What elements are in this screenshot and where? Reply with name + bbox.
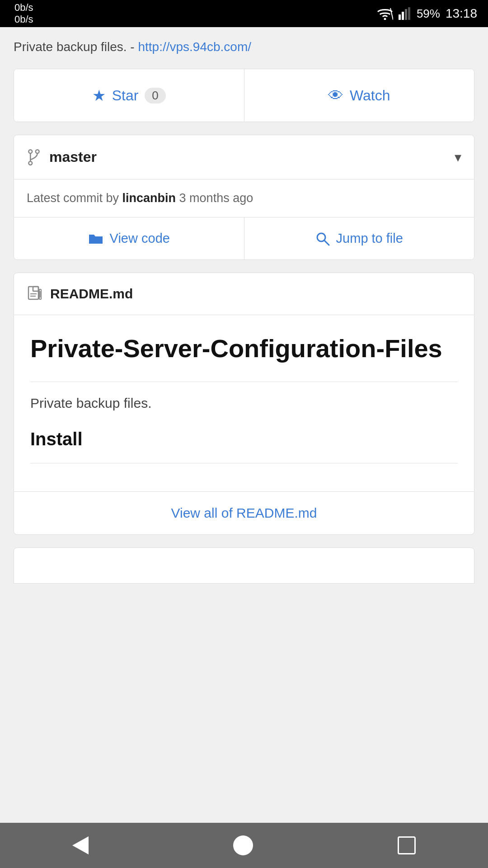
signal-icon	[399, 7, 411, 20]
status-icons: 59% 13:18	[377, 6, 477, 21]
nav-home-button[interactable]	[233, 835, 253, 855]
svg-line-1	[390, 8, 393, 20]
branch-icon	[27, 149, 41, 165]
page-content: Private backup files. - http://vps.94cb.…	[0, 27, 488, 594]
readme-description: Private backup files.	[30, 396, 458, 411]
wifi-icon	[377, 7, 393, 20]
commit-info: Latest commit by lincanbin 3 months ago	[14, 179, 474, 217]
chevron-down-icon: ▾	[455, 149, 461, 165]
star-button[interactable]: ★ Star 0	[14, 69, 244, 122]
star-icon: ★	[92, 86, 106, 104]
folder-icon	[88, 232, 103, 245]
status-time: 13:18	[446, 6, 477, 21]
svg-point-0	[384, 18, 386, 20]
svg-rect-3	[402, 12, 404, 20]
svg-point-8	[28, 161, 32, 165]
svg-point-6	[28, 150, 32, 153]
readme-header: README.md	[14, 273, 474, 315]
status-bar: 0b/s 0b/s 59% 13:18	[0, 0, 488, 27]
repo-description: Private backup files. - http://vps.94cb.…	[14, 38, 474, 56]
readme-section: Install	[30, 429, 458, 449]
view-code-button[interactable]: View code	[14, 217, 244, 259]
nav-back-button[interactable]	[72, 836, 89, 854]
readme-icon	[27, 286, 43, 302]
readme-body: Private-Server-Configuration-Files Priva…	[14, 315, 474, 492]
branch-actions: View code Jump to file	[14, 217, 474, 259]
nav-bar	[0, 823, 488, 868]
star-label: Star	[112, 87, 139, 104]
branch-name: master	[49, 149, 97, 165]
network-speed: 0b/s 0b/s	[14, 2, 33, 26]
watch-icon: 👁	[328, 87, 343, 104]
repo-link[interactable]: http://vps.94cb.com/	[138, 40, 251, 54]
readme-heading: Private-Server-Configuration-Files	[30, 333, 458, 363]
action-card: ★ Star 0 👁 Watch	[14, 69, 474, 122]
nav-recents-button[interactable]	[398, 836, 416, 854]
readme-footer: View all of README.md	[14, 492, 474, 534]
svg-rect-5	[408, 7, 410, 20]
commit-author: lincanbin	[122, 191, 176, 205]
search-icon	[315, 231, 330, 246]
svg-rect-4	[405, 9, 407, 20]
watch-label: Watch	[350, 87, 390, 104]
branch-card: master ▾ Latest commit by lincanbin 3 mo…	[14, 135, 474, 260]
back-icon	[72, 836, 89, 854]
battery-percent: 59%	[417, 7, 440, 21]
star-count: 0	[145, 88, 165, 104]
svg-rect-13	[33, 287, 38, 291]
readme-divider-2	[30, 463, 458, 463]
readme-filename: README.md	[50, 286, 133, 302]
svg-point-7	[36, 150, 39, 153]
recents-icon	[398, 836, 416, 854]
jump-to-file-button[interactable]: Jump to file	[244, 217, 474, 259]
view-readme-button[interactable]: View all of README.md	[171, 505, 317, 521]
svg-line-11	[324, 241, 329, 245]
svg-rect-2	[399, 14, 401, 20]
partial-card	[14, 547, 474, 584]
readme-divider	[30, 382, 458, 382]
readme-card: README.md Private-Server-Configuration-F…	[14, 273, 474, 535]
watch-button[interactable]: 👁 Watch	[244, 69, 474, 122]
home-icon	[233, 835, 253, 855]
branch-header: master ▾	[14, 135, 474, 179]
